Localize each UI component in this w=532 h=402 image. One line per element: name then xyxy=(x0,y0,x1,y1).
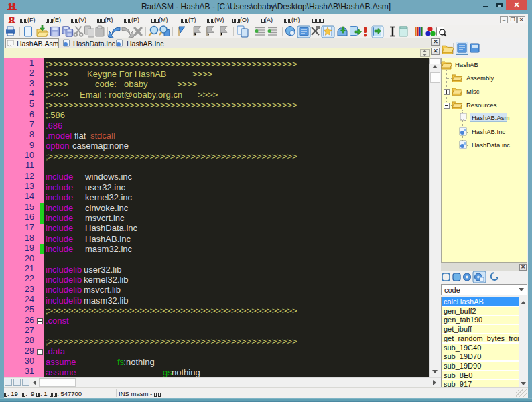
svg-text:R: R xyxy=(8,15,15,25)
svg-text:R: R xyxy=(7,0,15,13)
